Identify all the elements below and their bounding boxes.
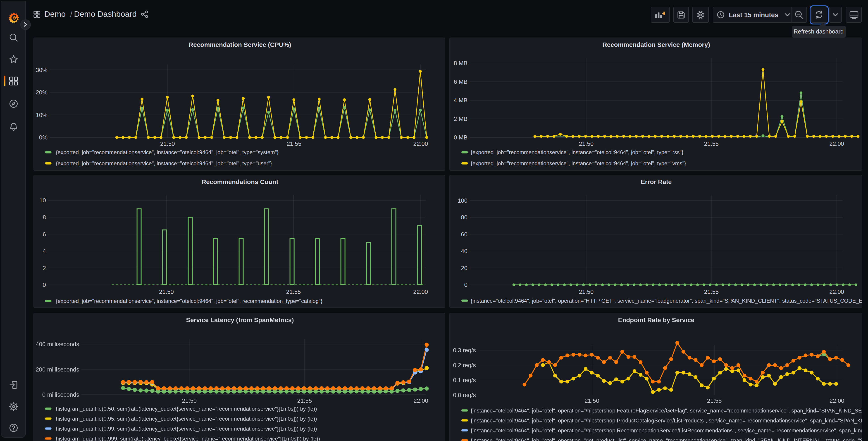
svg-text:2 MB: 2 MB bbox=[454, 115, 467, 122]
svg-text:100: 100 bbox=[458, 197, 467, 204]
svg-text:60: 60 bbox=[461, 231, 467, 238]
svg-text:21:55: 21:55 bbox=[286, 288, 301, 295]
svg-text:21:50: 21:50 bbox=[579, 140, 593, 147]
svg-text:6: 6 bbox=[42, 231, 46, 238]
svg-text:6 MB: 6 MB bbox=[454, 78, 467, 85]
svg-text:21:55: 21:55 bbox=[297, 397, 312, 404]
svg-text:histogram_quantile(0.999, sum(: histogram_quantile(0.999, sum(rate(laten… bbox=[56, 436, 320, 441]
svg-text:{instance="otelcol:9464", job=: {instance="otelcol:9464", job="otel", op… bbox=[471, 417, 862, 423]
svg-text:Error Rate: Error Rate bbox=[641, 178, 672, 185]
svg-text:20%: 20% bbox=[36, 89, 48, 96]
svg-text:Service Latency (from SpanMetr: Service Latency (from SpanMetrics) bbox=[186, 317, 294, 324]
svg-text:{exported_job="recommendations: {exported_job="recommendationservice", i… bbox=[56, 298, 322, 304]
svg-text:10%: 10% bbox=[36, 112, 48, 118]
svg-text:0.1 req/s: 0.1 req/s bbox=[453, 377, 476, 383]
svg-text:Recommendation Service (Memory: Recommendation Service (Memory) bbox=[602, 41, 710, 48]
svg-text:{instance="otelcol:9464", job=: {instance="otelcol:9464", job="otel", op… bbox=[471, 428, 862, 434]
svg-text:{exported_job="recommendations: {exported_job="recommendationservice", i… bbox=[56, 149, 279, 155]
svg-text:{instance="otelcol:9464", job=: {instance="otelcol:9464", job="otel", op… bbox=[471, 298, 862, 304]
svg-text:21:55: 21:55 bbox=[707, 397, 722, 404]
svg-text:21:50: 21:50 bbox=[160, 140, 175, 147]
svg-text:400 milliseconds: 400 milliseconds bbox=[35, 341, 79, 348]
svg-text:22:00: 22:00 bbox=[413, 140, 428, 147]
svg-text:2: 2 bbox=[42, 265, 46, 271]
svg-text:0.3 req/s: 0.3 req/s bbox=[453, 347, 476, 354]
svg-text:22:00: 22:00 bbox=[413, 288, 428, 295]
svg-text:{instance="otelcol:9464", job=: {instance="otelcol:9464", job="otel", op… bbox=[471, 437, 862, 441]
svg-text:80: 80 bbox=[461, 214, 467, 221]
svg-text:0: 0 bbox=[464, 282, 467, 288]
svg-text:21:50: 21:50 bbox=[182, 397, 197, 404]
svg-text:10: 10 bbox=[39, 197, 46, 204]
svg-text:30%: 30% bbox=[36, 66, 48, 74]
svg-text:22:00: 22:00 bbox=[413, 397, 428, 404]
svg-text:0: 0 bbox=[42, 282, 46, 288]
svg-text:0 MB: 0 MB bbox=[454, 134, 467, 141]
svg-text:0.2 req/s: 0.2 req/s bbox=[453, 362, 476, 369]
svg-text:0.0 req/s: 0.0 req/s bbox=[453, 392, 476, 399]
svg-text:4: 4 bbox=[42, 248, 46, 255]
svg-text:40: 40 bbox=[461, 248, 467, 255]
svg-text:Endpoint Rate by Service: Endpoint Rate by Service bbox=[618, 317, 694, 324]
svg-text:{exported_job="recommendations: {exported_job="recommendationservice", i… bbox=[471, 160, 686, 167]
svg-text:Recommendations Count: Recommendations Count bbox=[202, 178, 278, 185]
svg-text:21:55: 21:55 bbox=[704, 288, 719, 295]
svg-text:22:00: 22:00 bbox=[830, 397, 844, 404]
svg-text:21:50: 21:50 bbox=[585, 397, 599, 404]
svg-text:21:55: 21:55 bbox=[704, 140, 719, 147]
svg-text:21:50: 21:50 bbox=[159, 288, 174, 295]
svg-text:21:55: 21:55 bbox=[286, 140, 301, 147]
svg-text:Recommendation Service (CPU%): Recommendation Service (CPU%) bbox=[189, 41, 291, 48]
svg-text:22:00: 22:00 bbox=[829, 288, 844, 295]
svg-text:4 MB: 4 MB bbox=[454, 97, 467, 104]
svg-text:8 MB: 8 MB bbox=[454, 60, 467, 66]
svg-text:200 milliseconds: 200 milliseconds bbox=[35, 366, 79, 373]
svg-text:histogram_quantile(0.99, sum(r: histogram_quantile(0.99, sum(rate(latenc… bbox=[56, 425, 317, 432]
svg-text:20: 20 bbox=[461, 265, 467, 271]
svg-text:{exported_job="recommendations: {exported_job="recommendationservice", i… bbox=[471, 149, 683, 155]
svg-text:histogram_quantile(0.50, sum(r: histogram_quantile(0.50, sum(rate(latenc… bbox=[56, 406, 317, 412]
svg-text:0 milliseconds: 0 milliseconds bbox=[42, 391, 79, 398]
svg-text:{exported_job="recommendations: {exported_job="recommendationservice", i… bbox=[56, 160, 272, 167]
svg-text:0%: 0% bbox=[39, 134, 48, 141]
svg-text:histogram_quantile(0.95, sum(r: histogram_quantile(0.95, sum(rate(latenc… bbox=[56, 416, 317, 422]
svg-text:{instance="otelcol:9464", job=: {instance="otelcol:9464", job="otel", op… bbox=[471, 408, 862, 414]
svg-text:21:50: 21:50 bbox=[579, 288, 593, 295]
svg-text:22:00: 22:00 bbox=[829, 140, 844, 147]
svg-text:8: 8 bbox=[42, 214, 46, 221]
